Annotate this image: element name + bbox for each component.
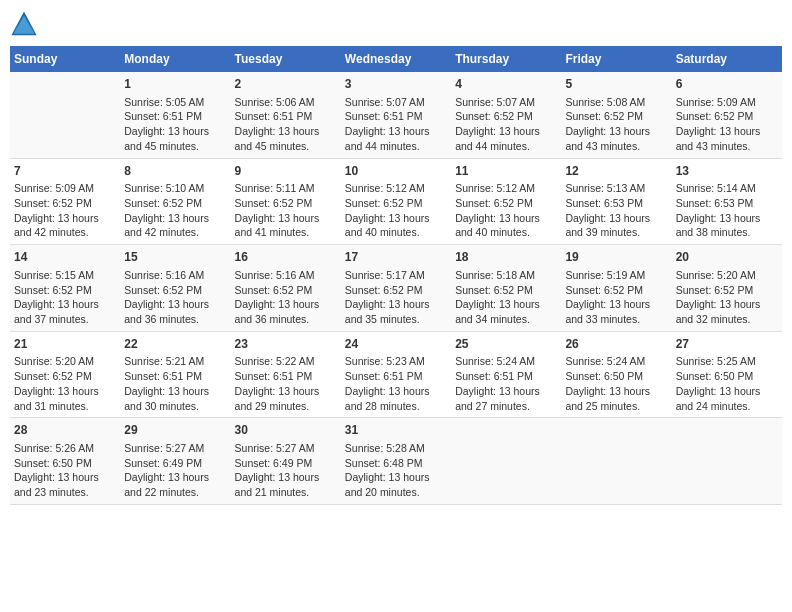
day-detail: Sunrise: 5:24 AMSunset: 6:51 PMDaylight:… [455, 354, 557, 413]
day-detail: Sunrise: 5:09 AMSunset: 6:52 PMDaylight:… [676, 95, 778, 154]
day-number: 18 [455, 249, 557, 266]
day-number: 1 [124, 76, 226, 93]
day-detail: Sunrise: 5:12 AMSunset: 6:52 PMDaylight:… [345, 181, 447, 240]
calendar-cell: 29Sunrise: 5:27 AMSunset: 6:49 PMDayligh… [120, 418, 230, 505]
day-number: 24 [345, 336, 447, 353]
calendar-cell: 23Sunrise: 5:22 AMSunset: 6:51 PMDayligh… [231, 331, 341, 418]
day-number: 22 [124, 336, 226, 353]
calendar-cell: 8Sunrise: 5:10 AMSunset: 6:52 PMDaylight… [120, 158, 230, 245]
day-detail: Sunrise: 5:27 AMSunset: 6:49 PMDaylight:… [124, 441, 226, 500]
weekday-header-saturday: Saturday [672, 46, 782, 72]
day-number: 28 [14, 422, 116, 439]
day-number: 14 [14, 249, 116, 266]
day-detail: Sunrise: 5:26 AMSunset: 6:50 PMDaylight:… [14, 441, 116, 500]
day-detail: Sunrise: 5:19 AMSunset: 6:52 PMDaylight:… [565, 268, 667, 327]
calendar-cell: 10Sunrise: 5:12 AMSunset: 6:52 PMDayligh… [341, 158, 451, 245]
day-detail: Sunrise: 5:28 AMSunset: 6:48 PMDaylight:… [345, 441, 447, 500]
day-detail: Sunrise: 5:12 AMSunset: 6:52 PMDaylight:… [455, 181, 557, 240]
weekday-header-tuesday: Tuesday [231, 46, 341, 72]
day-number: 8 [124, 163, 226, 180]
day-detail: Sunrise: 5:10 AMSunset: 6:52 PMDaylight:… [124, 181, 226, 240]
day-number: 16 [235, 249, 337, 266]
day-detail: Sunrise: 5:25 AMSunset: 6:50 PMDaylight:… [676, 354, 778, 413]
week-row-3: 21Sunrise: 5:20 AMSunset: 6:52 PMDayligh… [10, 331, 782, 418]
day-number: 3 [345, 76, 447, 93]
day-number: 13 [676, 163, 778, 180]
calendar-cell [451, 418, 561, 505]
day-number: 23 [235, 336, 337, 353]
calendar-cell: 21Sunrise: 5:20 AMSunset: 6:52 PMDayligh… [10, 331, 120, 418]
day-detail: Sunrise: 5:15 AMSunset: 6:52 PMDaylight:… [14, 268, 116, 327]
day-detail: Sunrise: 5:20 AMSunset: 6:52 PMDaylight:… [676, 268, 778, 327]
day-detail: Sunrise: 5:13 AMSunset: 6:53 PMDaylight:… [565, 181, 667, 240]
calendar-cell: 3Sunrise: 5:07 AMSunset: 6:51 PMDaylight… [341, 72, 451, 158]
calendar-cell: 24Sunrise: 5:23 AMSunset: 6:51 PMDayligh… [341, 331, 451, 418]
calendar-cell: 19Sunrise: 5:19 AMSunset: 6:52 PMDayligh… [561, 245, 671, 332]
day-number: 25 [455, 336, 557, 353]
calendar-cell: 22Sunrise: 5:21 AMSunset: 6:51 PMDayligh… [120, 331, 230, 418]
weekday-header-wednesday: Wednesday [341, 46, 451, 72]
calendar-cell: 28Sunrise: 5:26 AMSunset: 6:50 PMDayligh… [10, 418, 120, 505]
day-number: 4 [455, 76, 557, 93]
logo [10, 10, 42, 38]
day-detail: Sunrise: 5:05 AMSunset: 6:51 PMDaylight:… [124, 95, 226, 154]
calendar-cell: 15Sunrise: 5:16 AMSunset: 6:52 PMDayligh… [120, 245, 230, 332]
day-number: 15 [124, 249, 226, 266]
day-detail: Sunrise: 5:14 AMSunset: 6:53 PMDaylight:… [676, 181, 778, 240]
day-number: 26 [565, 336, 667, 353]
day-detail: Sunrise: 5:17 AMSunset: 6:52 PMDaylight:… [345, 268, 447, 327]
calendar-cell: 7Sunrise: 5:09 AMSunset: 6:52 PMDaylight… [10, 158, 120, 245]
week-row-0: 1Sunrise: 5:05 AMSunset: 6:51 PMDaylight… [10, 72, 782, 158]
day-number: 7 [14, 163, 116, 180]
calendar-cell: 25Sunrise: 5:24 AMSunset: 6:51 PMDayligh… [451, 331, 561, 418]
day-detail: Sunrise: 5:06 AMSunset: 6:51 PMDaylight:… [235, 95, 337, 154]
day-detail: Sunrise: 5:16 AMSunset: 6:52 PMDaylight:… [124, 268, 226, 327]
calendar-cell: 27Sunrise: 5:25 AMSunset: 6:50 PMDayligh… [672, 331, 782, 418]
calendar-cell: 4Sunrise: 5:07 AMSunset: 6:52 PMDaylight… [451, 72, 561, 158]
page-header [10, 10, 782, 38]
logo-icon [10, 10, 38, 38]
day-detail: Sunrise: 5:18 AMSunset: 6:52 PMDaylight:… [455, 268, 557, 327]
day-number: 2 [235, 76, 337, 93]
day-number: 19 [565, 249, 667, 266]
day-detail: Sunrise: 5:24 AMSunset: 6:50 PMDaylight:… [565, 354, 667, 413]
calendar-cell: 6Sunrise: 5:09 AMSunset: 6:52 PMDaylight… [672, 72, 782, 158]
calendar-cell: 11Sunrise: 5:12 AMSunset: 6:52 PMDayligh… [451, 158, 561, 245]
day-detail: Sunrise: 5:20 AMSunset: 6:52 PMDaylight:… [14, 354, 116, 413]
calendar-cell: 18Sunrise: 5:18 AMSunset: 6:52 PMDayligh… [451, 245, 561, 332]
weekday-header-monday: Monday [120, 46, 230, 72]
day-number: 31 [345, 422, 447, 439]
calendar-cell: 9Sunrise: 5:11 AMSunset: 6:52 PMDaylight… [231, 158, 341, 245]
day-number: 6 [676, 76, 778, 93]
weekday-header-thursday: Thursday [451, 46, 561, 72]
day-number: 17 [345, 249, 447, 266]
day-number: 11 [455, 163, 557, 180]
week-row-1: 7Sunrise: 5:09 AMSunset: 6:52 PMDaylight… [10, 158, 782, 245]
calendar-table: SundayMondayTuesdayWednesdayThursdayFrid… [10, 46, 782, 505]
day-detail: Sunrise: 5:22 AMSunset: 6:51 PMDaylight:… [235, 354, 337, 413]
day-number: 12 [565, 163, 667, 180]
weekday-header-row: SundayMondayTuesdayWednesdayThursdayFrid… [10, 46, 782, 72]
calendar-cell: 31Sunrise: 5:28 AMSunset: 6:48 PMDayligh… [341, 418, 451, 505]
day-number: 27 [676, 336, 778, 353]
week-row-4: 28Sunrise: 5:26 AMSunset: 6:50 PMDayligh… [10, 418, 782, 505]
day-number: 29 [124, 422, 226, 439]
day-number: 21 [14, 336, 116, 353]
calendar-cell: 5Sunrise: 5:08 AMSunset: 6:52 PMDaylight… [561, 72, 671, 158]
day-number: 30 [235, 422, 337, 439]
day-number: 20 [676, 249, 778, 266]
calendar-cell [10, 72, 120, 158]
calendar-cell [672, 418, 782, 505]
day-number: 10 [345, 163, 447, 180]
calendar-cell [561, 418, 671, 505]
calendar-cell: 17Sunrise: 5:17 AMSunset: 6:52 PMDayligh… [341, 245, 451, 332]
calendar-cell: 26Sunrise: 5:24 AMSunset: 6:50 PMDayligh… [561, 331, 671, 418]
day-detail: Sunrise: 5:27 AMSunset: 6:49 PMDaylight:… [235, 441, 337, 500]
calendar-cell: 1Sunrise: 5:05 AMSunset: 6:51 PMDaylight… [120, 72, 230, 158]
calendar-cell: 13Sunrise: 5:14 AMSunset: 6:53 PMDayligh… [672, 158, 782, 245]
calendar-cell: 12Sunrise: 5:13 AMSunset: 6:53 PMDayligh… [561, 158, 671, 245]
calendar-cell: 14Sunrise: 5:15 AMSunset: 6:52 PMDayligh… [10, 245, 120, 332]
day-detail: Sunrise: 5:08 AMSunset: 6:52 PMDaylight:… [565, 95, 667, 154]
day-detail: Sunrise: 5:07 AMSunset: 6:51 PMDaylight:… [345, 95, 447, 154]
weekday-header-friday: Friday [561, 46, 671, 72]
